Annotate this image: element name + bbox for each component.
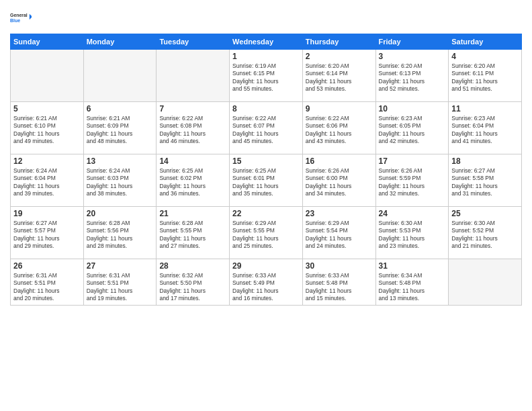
weekday-header-saturday: Saturday — [449, 34, 522, 50]
day-number: 25 — [451, 209, 519, 218]
calendar-cell: 5Sunrise: 6:21 AM Sunset: 6:10 PM Daylig… — [11, 102, 84, 154]
day-number: 24 — [379, 209, 446, 218]
weekday-header-thursday: Thursday — [302, 34, 375, 50]
day-number: 31 — [379, 261, 446, 271]
calendar-cell: 17Sunrise: 6:26 AM Sunset: 5:59 PM Dayli… — [375, 154, 449, 207]
day-number: 2 — [306, 52, 373, 61]
calendar-cell: 25Sunrise: 6:30 AM Sunset: 5:52 PM Dayli… — [449, 207, 522, 259]
day-info: Sunrise: 6:23 AM Sunset: 6:04 PM Dayligh… — [451, 115, 519, 146]
calendar-week-3: 12Sunrise: 6:24 AM Sunset: 6:04 PM Dayli… — [11, 154, 522, 207]
header: General Blue — [10, 7, 522, 28]
calendar-cell: 15Sunrise: 6:25 AM Sunset: 6:01 PM Dayli… — [230, 154, 303, 207]
calendar-cell: 28Sunrise: 6:32 AM Sunset: 5:50 PM Dayli… — [157, 259, 230, 306]
svg-text:Blue: Blue — [10, 18, 20, 23]
calendar-cell: 24Sunrise: 6:30 AM Sunset: 5:53 PM Dayli… — [375, 207, 449, 259]
day-info: Sunrise: 6:29 AM Sunset: 5:54 PM Dayligh… — [306, 220, 373, 250]
day-info: Sunrise: 6:30 AM Sunset: 5:52 PM Dayligh… — [451, 220, 519, 250]
day-number: 30 — [306, 261, 373, 271]
calendar-cell: 16Sunrise: 6:26 AM Sunset: 6:00 PM Dayli… — [302, 154, 375, 207]
calendar-cell: 13Sunrise: 6:24 AM Sunset: 6:03 PM Dayli… — [83, 154, 157, 207]
day-number: 19 — [13, 209, 81, 218]
day-info: Sunrise: 6:24 AM Sunset: 6:04 PM Dayligh… — [13, 167, 81, 198]
day-info: Sunrise: 6:31 AM Sunset: 5:51 PM Dayligh… — [87, 272, 154, 303]
day-info: Sunrise: 6:25 AM Sunset: 6:01 PM Dayligh… — [232, 167, 300, 198]
day-info: Sunrise: 6:27 AM Sunset: 5:57 PM Dayligh… — [13, 220, 81, 250]
day-number: 27 — [87, 261, 154, 271]
day-number: 16 — [306, 156, 373, 166]
day-info: Sunrise: 6:28 AM Sunset: 5:56 PM Dayligh… — [87, 220, 154, 250]
calendar-cell — [11, 50, 84, 102]
calendar-cell: 9Sunrise: 6:22 AM Sunset: 6:06 PM Daylig… — [302, 102, 375, 154]
calendar-cell — [83, 50, 157, 102]
svg-text:General: General — [10, 13, 28, 17]
calendar-cell: 8Sunrise: 6:22 AM Sunset: 6:07 PM Daylig… — [230, 102, 303, 154]
day-number: 17 — [379, 156, 446, 166]
calendar-cell: 7Sunrise: 6:22 AM Sunset: 6:08 PM Daylig… — [157, 102, 230, 154]
calendar-cell: 26Sunrise: 6:31 AM Sunset: 5:51 PM Dayli… — [11, 259, 84, 306]
day-info: Sunrise: 6:20 AM Sunset: 6:13 PM Dayligh… — [379, 62, 446, 93]
day-info: Sunrise: 6:23 AM Sunset: 6:05 PM Dayligh… — [379, 115, 446, 146]
weekday-header-sunday: Sunday — [11, 34, 84, 50]
day-number: 22 — [232, 209, 300, 218]
svg-marker-2 — [30, 14, 32, 20]
calendar-cell: 11Sunrise: 6:23 AM Sunset: 6:04 PM Dayli… — [449, 102, 522, 154]
day-info: Sunrise: 6:30 AM Sunset: 5:53 PM Dayligh… — [379, 220, 446, 250]
calendar: SundayMondayTuesdayWednesdayThursdayFrid… — [10, 34, 522, 306]
day-number: 29 — [232, 261, 300, 271]
calendar-cell: 1Sunrise: 6:19 AM Sunset: 6:15 PM Daylig… — [230, 50, 303, 102]
day-number: 12 — [13, 156, 81, 166]
calendar-cell: 21Sunrise: 6:28 AM Sunset: 5:55 PM Dayli… — [157, 207, 230, 259]
weekday-header-friday: Friday — [375, 34, 449, 50]
calendar-cell: 6Sunrise: 6:21 AM Sunset: 6:09 PM Daylig… — [83, 102, 157, 154]
day-number: 26 — [13, 261, 81, 271]
calendar-week-5: 26Sunrise: 6:31 AM Sunset: 5:51 PM Dayli… — [11, 259, 522, 306]
calendar-cell: 29Sunrise: 6:33 AM Sunset: 5:49 PM Dayli… — [230, 259, 303, 306]
day-info: Sunrise: 6:27 AM Sunset: 5:58 PM Dayligh… — [451, 167, 519, 198]
day-number: 7 — [159, 104, 226, 113]
day-info: Sunrise: 6:34 AM Sunset: 5:48 PM Dayligh… — [379, 272, 446, 303]
day-number: 5 — [13, 104, 81, 113]
calendar-cell: 10Sunrise: 6:23 AM Sunset: 6:05 PM Dayli… — [375, 102, 449, 154]
day-info: Sunrise: 6:32 AM Sunset: 5:50 PM Dayligh… — [159, 272, 226, 303]
day-info: Sunrise: 6:26 AM Sunset: 6:00 PM Dayligh… — [306, 167, 373, 198]
day-info: Sunrise: 6:19 AM Sunset: 6:15 PM Dayligh… — [232, 62, 300, 93]
day-info: Sunrise: 6:22 AM Sunset: 6:08 PM Dayligh… — [159, 115, 226, 146]
day-info: Sunrise: 6:22 AM Sunset: 6:07 PM Dayligh… — [232, 115, 300, 146]
day-number: 14 — [159, 156, 226, 166]
day-number: 13 — [87, 156, 154, 166]
day-number: 15 — [232, 156, 300, 166]
day-number: 28 — [159, 261, 226, 271]
day-number: 20 — [87, 209, 154, 218]
day-info: Sunrise: 6:22 AM Sunset: 6:06 PM Dayligh… — [306, 115, 373, 146]
day-number: 6 — [87, 104, 154, 113]
day-info: Sunrise: 6:20 AM Sunset: 6:11 PM Dayligh… — [451, 62, 519, 93]
calendar-cell: 3Sunrise: 6:20 AM Sunset: 6:13 PM Daylig… — [375, 50, 449, 102]
weekday-header-tuesday: Tuesday — [157, 34, 230, 50]
weekday-header-wednesday: Wednesday — [230, 34, 303, 50]
day-number: 1 — [232, 52, 300, 61]
day-number: 18 — [451, 156, 519, 166]
calendar-week-4: 19Sunrise: 6:27 AM Sunset: 5:57 PM Dayli… — [11, 207, 522, 259]
day-info: Sunrise: 6:33 AM Sunset: 5:49 PM Dayligh… — [232, 272, 300, 303]
calendar-cell: 14Sunrise: 6:25 AM Sunset: 6:02 PM Dayli… — [157, 154, 230, 207]
calendar-week-2: 5Sunrise: 6:21 AM Sunset: 6:10 PM Daylig… — [11, 102, 522, 154]
day-info: Sunrise: 6:20 AM Sunset: 6:14 PM Dayligh… — [306, 62, 373, 93]
calendar-cell: 20Sunrise: 6:28 AM Sunset: 5:56 PM Dayli… — [83, 207, 157, 259]
calendar-cell: 12Sunrise: 6:24 AM Sunset: 6:04 PM Dayli… — [11, 154, 84, 207]
logo-svg: General Blue — [10, 7, 32, 28]
day-number: 23 — [306, 209, 373, 218]
day-number: 11 — [451, 104, 519, 113]
calendar-cell: 27Sunrise: 6:31 AM Sunset: 5:51 PM Dayli… — [83, 259, 157, 306]
day-info: Sunrise: 6:21 AM Sunset: 6:10 PM Dayligh… — [13, 115, 81, 146]
day-number: 10 — [379, 104, 446, 113]
page: General Blue SundayMondayTuesdayWednesda… — [0, 0, 532, 411]
calendar-cell: 30Sunrise: 6:33 AM Sunset: 5:48 PM Dayli… — [302, 259, 375, 306]
day-info: Sunrise: 6:28 AM Sunset: 5:55 PM Dayligh… — [159, 220, 226, 250]
day-info: Sunrise: 6:26 AM Sunset: 5:59 PM Dayligh… — [379, 167, 446, 198]
day-info: Sunrise: 6:24 AM Sunset: 6:03 PM Dayligh… — [87, 167, 154, 198]
calendar-cell: 31Sunrise: 6:34 AM Sunset: 5:48 PM Dayli… — [375, 259, 449, 306]
calendar-cell — [449, 259, 522, 306]
day-info: Sunrise: 6:21 AM Sunset: 6:09 PM Dayligh… — [87, 115, 154, 146]
day-number: 4 — [451, 52, 519, 61]
day-info: Sunrise: 6:33 AM Sunset: 5:48 PM Dayligh… — [306, 272, 373, 303]
